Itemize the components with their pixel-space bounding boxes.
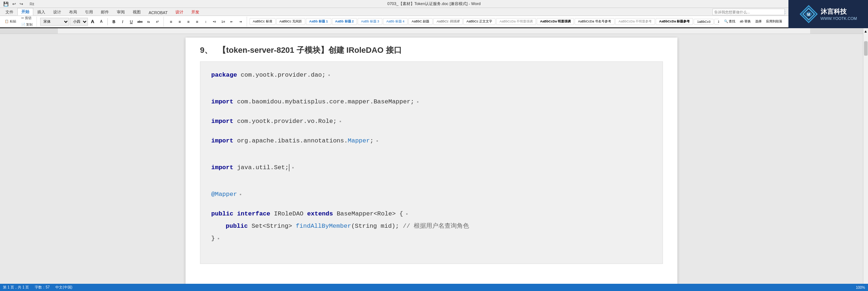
save-icon[interactable]: 💾 (2, 1, 10, 7)
code-empty-4 (211, 128, 652, 135)
code-line-interface: public interface IRoleDAO extends BaseMa… (211, 208, 652, 220)
undo-icon[interactable]: ↩ (11, 1, 17, 7)
tab-home[interactable]: 开始 (17, 8, 33, 16)
style-heading3[interactable]: AaBb 标题 3 (358, 18, 382, 25)
tab-mailings[interactable]: 邮件 (97, 8, 113, 16)
code-line-method: public Set<String> findAllByMember (Stri… (211, 220, 652, 232)
tab-design[interactable]: 设计 (49, 8, 65, 16)
tab-references[interactable]: 引用 (81, 8, 97, 16)
replace-button[interactable]: ab 替换 (738, 18, 753, 26)
font-size-up-button[interactable]: A (89, 18, 97, 26)
redo-icon[interactable]: ↪ (18, 1, 24, 7)
code-text-9: BaseMapper<Role> { (333, 208, 403, 220)
code-text-8: IRoleDAO (270, 208, 307, 220)
align-right-button[interactable]: ≡ (184, 18, 192, 26)
chapter-title: 【token-server-8201 子模块】创建 IRoleDAO 接口 (218, 45, 401, 56)
method-link: findAllByMember (296, 220, 351, 232)
align-center-button[interactable]: ≡ (176, 18, 184, 26)
find-button[interactable]: 🔍 查找 (722, 18, 737, 26)
logo-text-block: 沐言科技 WWW.YOOTK.COM (821, 8, 857, 20)
tab-acrobat[interactable]: ACROBAT (145, 9, 171, 16)
paragraph-group: ≡ ≡ ≡ ≡ ↕ •≡ 1≡ ⇤ ⇥ (165, 17, 247, 27)
font-size-select[interactable]: 小四 (70, 18, 88, 26)
strikethrough-button[interactable]: abc (136, 18, 144, 26)
vertical-scrollbar[interactable]: ▲ ▼ (863, 28, 868, 291)
status-bar: 第 1 页，共 1 页 字数：57 中文(中国) 100% (0, 284, 868, 291)
style-nospace[interactable]: AaBbCc 无间距 (276, 18, 306, 25)
style-book[interactable]: AaBbCcDa 书名号参考 (575, 18, 614, 25)
indent-decrease-button[interactable]: ⇤ (228, 18, 236, 26)
keyword-package: package (211, 69, 237, 81)
style-cv3[interactable]: 1aBbCv3 (694, 19, 714, 25)
style-heading4[interactable]: AaBb 标题 4 (383, 18, 408, 25)
dot-1 (328, 74, 330, 76)
justify-button[interactable]: ≡ (193, 18, 201, 26)
mapper-link: Mapper (348, 135, 370, 147)
style-intense[interactable]: AaBbCcDa 明显强调 (537, 18, 574, 25)
style-subtle-ref[interactable]: AaBbCcDa 不明显参考 (615, 18, 655, 25)
svg-text:M: M (807, 13, 810, 17)
paste-button[interactable]: 📋 粘贴 (2, 18, 19, 25)
code-empty-1 (211, 81, 652, 89)
code-text-10: Set<String> (248, 220, 296, 232)
subscript-button[interactable]: x₂ (145, 18, 153, 26)
bullet-list-button[interactable]: •≡ (210, 18, 218, 26)
dot-4 (376, 140, 378, 142)
font-name-select[interactable]: 宋体 (40, 18, 69, 26)
document-page: 9、 【token-server-8201 子模块】创建 IRoleDAO 接口… (186, 38, 677, 287)
horizontal-ruler (0, 28, 868, 34)
number-list-button[interactable]: 1≡ (219, 18, 227, 26)
cut-button[interactable]: ✂ 剪切 (20, 16, 35, 21)
search-input[interactable] (712, 9, 785, 15)
keyword-import2: import (211, 115, 233, 128)
ruler-left-margin (0, 28, 58, 34)
code-empty-9 (211, 201, 652, 208)
indent-increase-button[interactable]: ⇥ (237, 18, 244, 26)
style-title[interactable]: AaBbC 副题 (408, 18, 433, 25)
scroll-up-button[interactable]: ▲ (863, 28, 868, 34)
code-line-import2: import com.yootk.provider.vo.Role; (211, 115, 652, 128)
tab-file[interactable]: 文件 (1, 8, 17, 16)
code-line-import4: import java.util.Set; (211, 162, 652, 174)
code-line-import1: import com.baomidou.mybatisplus.core.map… (211, 96, 652, 108)
font-size-down-button[interactable]: A (97, 18, 105, 26)
quick-access-toolbar[interactable]: 💾 ↩ ↪ Rit (0, 0, 35, 8)
tab-view[interactable]: 视图 (129, 8, 145, 16)
style-cv3b[interactable]: 1aBbCv3 (714, 19, 719, 25)
ribbon-icon[interactable]: Rit (29, 2, 35, 6)
ribbon-tabs-row: 文件 开始 插入 设计 布局 引用 邮件 审阅 视图 ACROBAT 设计 开发… (0, 8, 788, 16)
bold-button[interactable]: B (110, 18, 118, 26)
dot-6 (240, 194, 241, 195)
style-subtle[interactable]: AaBbCcDa 不明显强调 (496, 18, 536, 25)
align-left-button[interactable]: ≡ (167, 18, 175, 26)
tab-review[interactable]: 审阅 (113, 8, 129, 16)
tab-insert[interactable]: 插入 (33, 8, 49, 16)
style-bodytext[interactable]: AaBbCc 正文文字 (463, 18, 496, 25)
styles-group: AaBbCc 标准 AaBbCc 无间距 AaBb 标题 1 AaBb 标题 2… (248, 17, 719, 27)
code-text-1: com.yootk.provider.dao; (237, 69, 326, 81)
tab-design2[interactable]: 设计 (171, 8, 187, 16)
underline-button[interactable]: U (127, 18, 135, 26)
code-text-3: com.yootk.provider.vo.Role; (233, 115, 337, 128)
tab-develop[interactable]: 开发 (187, 8, 203, 16)
apply-button[interactable]: 应用到段落 (764, 18, 784, 26)
keyword-import3: import (211, 135, 233, 147)
style-heading1[interactable]: AaBb 标题 1 (306, 18, 331, 25)
superscript-button[interactable]: x² (153, 18, 161, 26)
code-block: package com.yootk.provider.dao; import c… (200, 61, 663, 264)
code-empty-3 (211, 108, 652, 115)
dot-8 (218, 238, 219, 239)
style-title-ref[interactable]: AaBbCcDa 标题参考 (656, 18, 693, 25)
style-normal[interactable]: AaBbCc 标准 (250, 18, 276, 25)
scrollbar-thumb[interactable] (864, 41, 868, 56)
line-spacing-button[interactable]: ↕ (202, 18, 210, 26)
copy-button[interactable]: 📄 复制 (20, 22, 35, 27)
tab-layout[interactable]: 布局 (65, 8, 81, 16)
italic-button[interactable]: I (119, 18, 127, 26)
edit-group: 🔍 查找 ab 替换 选择 应用到段落 (720, 17, 786, 27)
search-area (712, 9, 785, 15)
style-emphasis[interactable]: AaBbCc 弱强调 (433, 18, 463, 25)
style-heading2[interactable]: AaBb 标题 2 (332, 18, 357, 25)
code-text-12: } (211, 232, 215, 245)
select-button[interactable]: 选择 (753, 18, 763, 26)
